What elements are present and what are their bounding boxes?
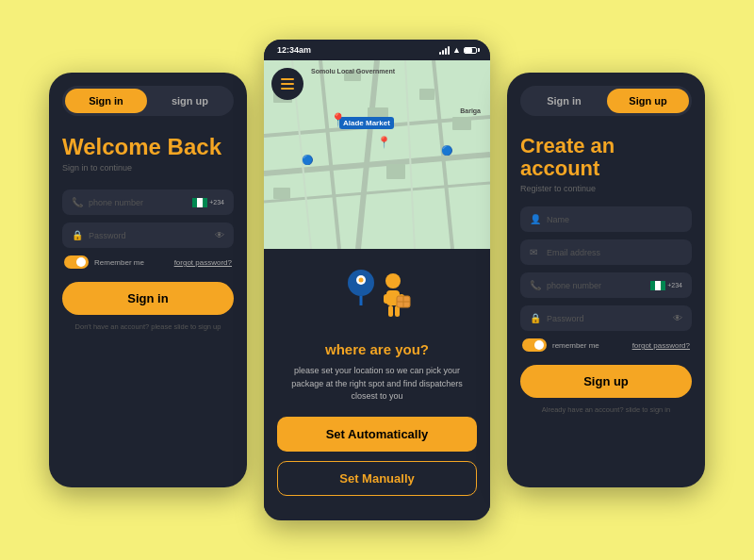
user-icon: 👤 xyxy=(530,214,541,224)
signup-auth-tabs: Sign in Sign up xyxy=(520,86,692,116)
forgot-link-right[interactable]: forgot password? xyxy=(632,341,690,350)
signin-button[interactable]: Sign in xyxy=(62,282,234,315)
flag-badge-right: +234 xyxy=(650,281,682,290)
map-area: Somolu Local Government Alade Market Bar… xyxy=(264,60,490,249)
map-label-1: Somolu Local Government xyxy=(311,68,395,74)
hamburger-line-3 xyxy=(281,88,294,90)
set-manually-button[interactable]: Set Manually xyxy=(277,461,477,496)
name-field[interactable]: 👤 Name xyxy=(520,206,692,232)
status-time: 12:34am xyxy=(277,45,311,55)
map-pin-2: 📍 xyxy=(377,136,391,149)
email-placeholder: Email address xyxy=(547,248,682,257)
svg-rect-13 xyxy=(452,117,471,130)
remember-row-right: remember me forgot password? xyxy=(520,338,692,352)
flag-badge: +234 xyxy=(192,198,224,207)
wifi-icon: ▲ xyxy=(452,45,461,55)
phone-field[interactable]: 📞 phone number +234 xyxy=(62,189,234,215)
remember-toggle-right[interactable] xyxy=(522,338,547,352)
signup-content: Sign in Sign up Create an account Regist… xyxy=(507,73,705,427)
welcome-subtitle: Sign in to continue xyxy=(62,163,234,173)
tab-signup[interactable]: sign up xyxy=(149,89,231,113)
map-label-bariga: Bariga xyxy=(460,107,481,114)
set-automatically-button[interactable]: Set Automatically xyxy=(277,417,477,452)
nigeria-flag-right xyxy=(650,281,665,290)
eye-icon-right: 👁 xyxy=(673,313,682,323)
svg-rect-23 xyxy=(388,305,393,317)
lock-icon: 🔒 xyxy=(72,230,83,240)
country-code-right: +234 xyxy=(667,282,682,288)
svg-point-18 xyxy=(359,278,364,283)
signin-phone: Sign in sign up Welcome Back Sign in to … xyxy=(49,73,247,487)
password-field-right[interactable]: 🔒 Password 👁 xyxy=(520,305,692,331)
remember-label-right: remember me xyxy=(552,341,599,350)
email-icon: ✉ xyxy=(530,247,541,257)
battery-icon xyxy=(464,47,477,54)
status-bar: 12:34am ▲ xyxy=(264,40,490,60)
auth-tabs: Sign in sign up xyxy=(62,86,234,116)
welcome-title: Welcome Back xyxy=(62,135,234,159)
signup-bottom-hint: Already have an account? slide to sign i… xyxy=(520,405,692,414)
tab-signin-right[interactable]: Sign in xyxy=(523,89,605,113)
phone-icon: 📞 xyxy=(72,197,83,207)
location-phone: 12:34am ▲ xyxy=(264,40,490,520)
hamburger-line-2 xyxy=(281,83,294,85)
map-marker-2: 🔵 xyxy=(441,145,452,156)
hamburger-line-1 xyxy=(281,78,294,80)
tab-signin[interactable]: Sign in xyxy=(65,89,147,113)
signal-icon xyxy=(439,46,450,55)
location-title: where are you? xyxy=(277,341,477,357)
signup-phone: Sign in Sign up Create an account Regist… xyxy=(507,73,705,487)
country-code: +234 xyxy=(209,199,224,206)
phone-placeholder: phone number xyxy=(89,198,187,207)
register-title: Create an account xyxy=(520,135,692,180)
tab-signup-right[interactable]: Sign up xyxy=(607,89,689,113)
bottom-sheet: where are you? please set your location … xyxy=(264,249,490,511)
hamburger-button[interactable] xyxy=(271,68,303,100)
location-description: please set your location so we can pick … xyxy=(277,365,477,404)
forgot-link[interactable]: forgot password? xyxy=(174,258,232,267)
eye-icon: 👁 xyxy=(215,230,224,240)
illustration-row xyxy=(277,264,477,330)
remember-toggle[interactable] xyxy=(64,255,89,269)
name-placeholder: Name xyxy=(547,215,682,224)
phone-field-right[interactable]: 📞 phone number +234 xyxy=(520,272,692,298)
signup-button[interactable]: Sign up xyxy=(520,365,692,398)
phone-icon-right: 📞 xyxy=(530,280,541,290)
nigeria-flag xyxy=(192,198,207,207)
svg-point-19 xyxy=(385,273,401,288)
phone-placeholder-right: phone number xyxy=(547,281,645,290)
password-placeholder-right: Password xyxy=(547,314,667,323)
password-field[interactable]: 🔒 Password 👁 xyxy=(62,222,234,248)
email-field[interactable]: ✉ Email address xyxy=(520,239,692,265)
screens-container: Sign in sign up Welcome Back Sign in to … xyxy=(0,21,754,539)
svg-rect-12 xyxy=(419,89,434,100)
signin-bottom-hint: Don't have an account? please slide to s… xyxy=(62,322,234,331)
signin-content: Sign in sign up Welcome Back Sign in to … xyxy=(49,73,247,344)
lock-icon-right: 🔒 xyxy=(530,313,541,323)
svg-rect-15 xyxy=(386,164,405,179)
toggle-left-right: remember me xyxy=(522,338,599,352)
map-label-alade: Alade Market xyxy=(339,117,394,129)
svg-rect-21 xyxy=(384,294,389,304)
map-marker-1: 🔵 xyxy=(302,155,313,165)
register-subtitle: Register to continue xyxy=(520,184,692,193)
remember-label: Remember me xyxy=(94,258,144,267)
svg-rect-14 xyxy=(273,188,290,199)
password-placeholder: Password xyxy=(89,231,209,240)
map-pin-1: 📍 xyxy=(330,112,346,127)
status-icons: ▲ xyxy=(439,45,477,55)
remember-row: Remember me forgot password? xyxy=(62,255,234,269)
toggle-left: Remember me xyxy=(64,255,144,269)
location-illustration xyxy=(335,264,419,330)
